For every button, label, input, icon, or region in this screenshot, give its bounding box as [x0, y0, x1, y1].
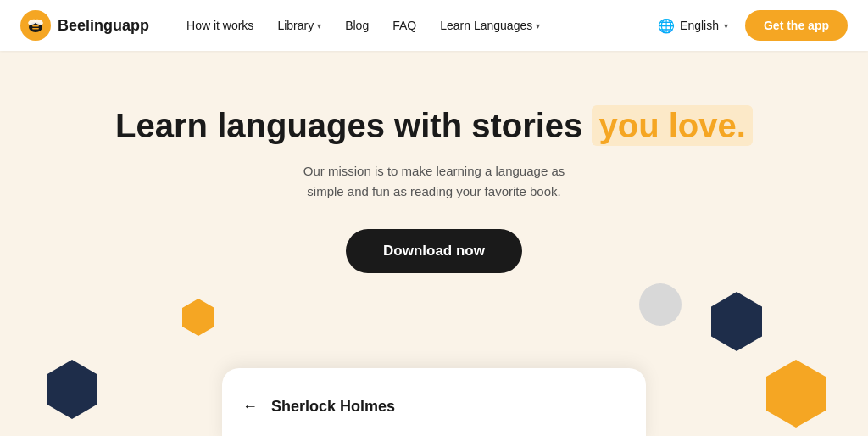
nav-library[interactable]: Library ▾: [267, 14, 331, 37]
library-chevron-icon: ▾: [317, 21, 321, 31]
hex-orange-small: [182, 299, 214, 336]
app-preview-card: ← Sherlock Holmes: [222, 368, 646, 436]
logo-icon: [20, 10, 51, 41]
back-arrow-icon[interactable]: ←: [242, 398, 258, 416]
nav-faq[interactable]: FAQ: [382, 14, 426, 37]
learn-languages-chevron-icon: ▾: [536, 21, 540, 31]
gray-circle-decoration: [639, 283, 682, 326]
svg-rect-5: [32, 28, 39, 30]
hex-dark-left: [47, 360, 97, 419]
language-selector[interactable]: 🌐 English ▾: [648, 13, 738, 39]
nav-blog[interactable]: Blog: [335, 14, 379, 37]
logo[interactable]: Beelinguapp: [20, 10, 149, 41]
hero-section: Learn languages with stories you love. O…: [0, 51, 868, 436]
svg-rect-4: [32, 25, 39, 27]
hero-title-main: Learn languages with stories: [115, 107, 582, 144]
hex-orange-large-right: [766, 360, 826, 428]
app-card-title: Sherlock Holmes: [271, 398, 395, 416]
nav-learn-languages[interactable]: Learn Languages ▾: [430, 14, 550, 37]
hero-subtitle: Our mission is to make learning a langua…: [303, 161, 565, 202]
hex-dark-right: [711, 292, 762, 351]
nav-links: How it works Library ▾ Blog FAQ Learn La…: [176, 14, 648, 37]
download-now-button[interactable]: Download now: [346, 229, 522, 273]
decorations: ← Sherlock Holmes: [0, 283, 868, 436]
nav-how-it-works[interactable]: How it works: [176, 14, 264, 37]
globe-icon: 🌐: [658, 18, 675, 34]
hero-title: Learn languages with stories you love.: [115, 105, 753, 146]
language-chevron-icon: ▾: [724, 21, 728, 31]
get-app-button[interactable]: Get the app: [745, 10, 848, 41]
logo-text: Beelinguapp: [58, 17, 149, 35]
navbar: Beelinguapp How it works Library ▾ Blog …: [0, 0, 868, 51]
nav-right: 🌐 English ▾ Get the app: [648, 10, 848, 41]
hero-title-highlight: you love.: [592, 105, 752, 146]
